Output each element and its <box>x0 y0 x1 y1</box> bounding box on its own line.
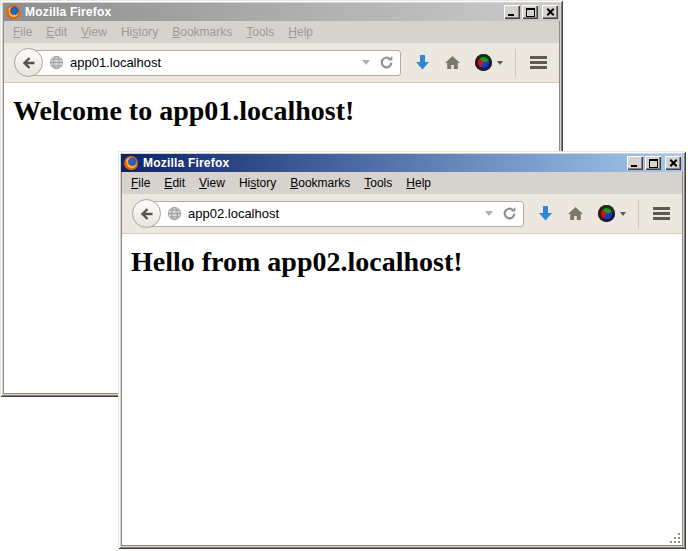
menu-item-history[interactable]: History <box>114 22 165 42</box>
chevron-down-icon <box>620 212 626 216</box>
hamburger-icon <box>653 207 670 220</box>
addon-button[interactable] <box>598 199 626 229</box>
menu-item-view[interactable]: View <box>74 22 114 42</box>
back-button[interactable] <box>14 48 43 77</box>
back-button[interactable] <box>132 199 161 228</box>
urlbar[interactable]: app02.localhost <box>146 201 524 227</box>
urlbar-value: app02.localhost <box>188 206 279 221</box>
urlbar-dropdown-icon[interactable] <box>485 211 493 216</box>
close-button[interactable] <box>542 5 558 19</box>
menu-item-tools[interactable]: Tools <box>239 22 281 42</box>
menu-item-tools[interactable]: Tools <box>357 173 399 193</box>
back-arrow-icon <box>139 206 155 222</box>
chevron-down-icon <box>497 61 503 65</box>
maximize-icon <box>526 8 535 17</box>
urlbar-value: app01.localhost <box>70 55 161 70</box>
menu-item-bookmarks[interactable]: Bookmarks <box>165 22 239 42</box>
menu-item-edit[interactable]: Edit <box>157 173 192 193</box>
reload-button[interactable] <box>502 206 517 221</box>
site-identity-icon[interactable] <box>167 206 182 221</box>
urlbar-dropdown-icon[interactable] <box>362 60 370 65</box>
addon-button[interactable] <box>475 48 503 78</box>
minimize-button[interactable] <box>504 5 520 19</box>
window-title: Mozilla Firefox <box>21 5 502 19</box>
firefox-icon[interactable] <box>5 4 21 20</box>
home-button[interactable] <box>444 48 461 78</box>
toolbar-separator <box>515 49 516 77</box>
menu-item-bookmarks[interactable]: Bookmarks <box>283 173 357 193</box>
minimize-icon <box>631 165 637 167</box>
browser-window-app02: Mozilla Firefox FileEditViewHistoryBookm… <box>118 151 686 549</box>
home-icon <box>567 206 584 221</box>
download-button[interactable] <box>415 48 430 78</box>
reload-button[interactable] <box>379 55 394 70</box>
maximize-icon <box>649 159 658 168</box>
titlebar[interactable]: Mozilla Firefox <box>3 3 560 21</box>
toolbar-separator <box>638 200 639 228</box>
addon-icon <box>598 205 615 222</box>
app-menu-button[interactable] <box>530 48 547 78</box>
menu-item-history[interactable]: History <box>232 173 283 193</box>
page-content: Hello from app02.localhost! <box>122 234 682 545</box>
menu-bar: FileEditViewHistoryBookmarksToolsHelp <box>122 172 682 194</box>
app-menu-button[interactable] <box>653 199 670 229</box>
home-icon <box>444 55 461 70</box>
reload-icon <box>379 55 394 70</box>
menu-item-file[interactable]: File <box>124 173 157 193</box>
minimize-icon <box>508 14 514 16</box>
navigation-toolbar: app02.localhost <box>122 194 682 234</box>
addon-icon <box>475 54 492 71</box>
resize-grip[interactable] <box>669 532 682 545</box>
menu-item-file[interactable]: File <box>6 22 39 42</box>
titlebar[interactable]: Mozilla Firefox <box>121 154 683 172</box>
hamburger-icon <box>530 56 547 69</box>
download-icon <box>538 205 553 222</box>
site-identity-icon[interactable] <box>49 55 64 70</box>
download-icon <box>415 54 430 71</box>
menu-bar: FileEditViewHistoryBookmarksToolsHelp <box>4 21 559 43</box>
menu-item-help[interactable]: Help <box>281 22 320 42</box>
page-heading: Hello from app02.localhost! <box>131 246 674 278</box>
close-icon <box>546 8 555 17</box>
firefox-icon[interactable] <box>123 155 139 171</box>
maximize-button[interactable] <box>522 5 538 19</box>
back-arrow-icon <box>21 55 37 71</box>
menu-item-help[interactable]: Help <box>399 173 438 193</box>
navigation-toolbar: app01.localhost <box>4 43 559 83</box>
menu-item-edit[interactable]: Edit <box>39 22 74 42</box>
home-button[interactable] <box>567 199 584 229</box>
close-button[interactable] <box>665 156 681 170</box>
maximize-button[interactable] <box>645 156 661 170</box>
close-icon <box>669 159 678 168</box>
page-heading: Welcome to app01.localhost! <box>13 95 551 127</box>
menu-item-view[interactable]: View <box>192 173 232 193</box>
reload-icon <box>502 206 517 221</box>
urlbar[interactable]: app01.localhost <box>28 50 401 76</box>
download-button[interactable] <box>538 199 553 229</box>
window-title: Mozilla Firefox <box>139 156 625 170</box>
minimize-button[interactable] <box>627 156 643 170</box>
